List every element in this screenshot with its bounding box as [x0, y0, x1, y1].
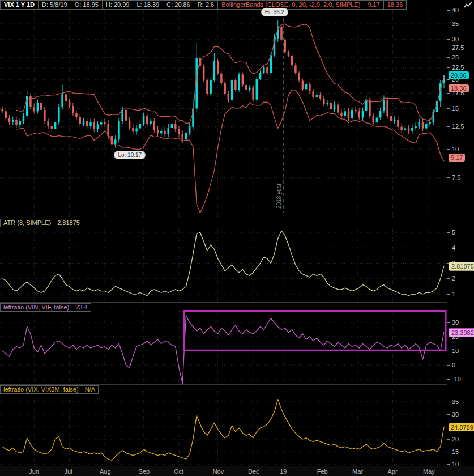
- axis-tick: [447, 248, 450, 248]
- axis-tick: [447, 414, 450, 415]
- axis-price-bubble: 9.17: [449, 154, 465, 162]
- time-axis-label: May: [423, 468, 435, 475]
- ohlc-cell: R: 2.6: [194, 0, 218, 10]
- axis-tick-label: 10: [452, 146, 459, 153]
- candles: [1, 20, 445, 147]
- axis-tick-label: 15: [452, 105, 459, 112]
- ratio2-study-header[interactable]: leftratio (VIX, VIX3M, false) N/A: [0, 385, 99, 394]
- panel-separator[interactable]: [0, 384, 474, 385]
- atr-panel[interactable]: [0, 227, 447, 302]
- study-cell[interactable]: 18.36: [383, 0, 407, 10]
- indicator-line: [2, 400, 444, 461]
- axis-tick-label: 12.5: [452, 123, 464, 130]
- axis-tick: [447, 149, 450, 150]
- time-axis-label: Jul: [65, 468, 72, 475]
- study-cell[interactable]: BollingerBands (CLOSE, 0, 20, -2.0, 2.0,…: [217, 0, 364, 10]
- axis-tick: [447, 351, 450, 351]
- axis-tick: [447, 108, 450, 109]
- axis-tick-label: 20: [452, 436, 459, 443]
- bollinger-lower-band: [16, 90, 444, 213]
- axis-tick: [447, 48, 450, 48]
- axis-tick-label: 7.5: [452, 174, 460, 181]
- panel-separator[interactable]: [0, 302, 474, 303]
- axis-tick-label: 30: [452, 36, 459, 43]
- axis-tick: [447, 439, 450, 440]
- time-axis-label: Jun: [29, 468, 39, 475]
- high-marker-bubble: Hi: 36.2: [261, 8, 288, 16]
- ratio1-title[interactable]: leftratio (VIN, VIF, false): [0, 303, 72, 312]
- atr-value: 2.81875: [54, 219, 83, 227]
- axis-tick: [447, 464, 450, 465]
- time-axis-label: Apr: [388, 468, 398, 475]
- axis-tick: [447, 322, 450, 323]
- indicator-line: [2, 316, 444, 384]
- axis-tick-label: 27.5: [452, 44, 464, 52]
- ratio1-value: 23.4: [72, 303, 91, 312]
- atr-title[interactable]: ATR (8, SIMPLE): [0, 219, 54, 227]
- axis-tick: [447, 379, 450, 380]
- ratio2-title[interactable]: leftratio (VIX, VIX3M, false): [0, 385, 82, 394]
- axis-price-bubble: 24.8789: [449, 423, 474, 431]
- axis-tick: [447, 57, 450, 58]
- axis-tick-label: 25: [452, 54, 459, 61]
- chart-window: VIX 1 Y 1DD: 5/8/19O: 18.95H: 20.99L: 18…: [0, 0, 474, 476]
- time-axis-label: 19: [280, 468, 287, 475]
- axis-tick: [447, 177, 450, 178]
- axis-price-bubble: 18.36: [449, 84, 469, 92]
- price-axis-gutter[interactable]: 40353027.52522.52017.51512.5107.520.8618…: [447, 0, 474, 466]
- time-axis-label: Mar: [352, 468, 363, 475]
- ohlc-cell: H: 20.99: [102, 0, 134, 10]
- axis-tick-label: -10: [452, 376, 461, 383]
- time-axis-label: Nov: [213, 468, 224, 475]
- axis-tick-label: 30: [452, 319, 459, 326]
- axis-tick-label: 40: [452, 7, 459, 14]
- year-divider-label: 2018 year: [276, 184, 282, 209]
- ohlc-cell: D: 5/8/19: [38, 0, 71, 10]
- time-axis-label: Dec: [248, 468, 259, 475]
- time-axis-label: Sep: [139, 468, 150, 475]
- axis-tick-label: 0: [452, 362, 455, 369]
- axis-tick: [447, 39, 450, 40]
- time-axis[interactable]: JunJulAugSepOctNovDec19FebMarAprMay: [0, 466, 474, 476]
- axis-tick-label: 35: [452, 20, 459, 28]
- chart-header: VIX 1 Y 1DD: 5/8/19O: 18.95H: 20.99L: 18…: [0, 0, 407, 10]
- axis-tick: [447, 24, 450, 24]
- axis-tick-label: 15: [452, 448, 459, 456]
- price-panel[interactable]: [0, 10, 447, 218]
- chart-style-icon[interactable]: [464, 1, 473, 11]
- atr-study-header[interactable]: ATR (8, SIMPLE) 2.81875: [0, 219, 83, 227]
- axis-tick: [447, 67, 450, 68]
- axis-tick: [447, 79, 450, 80]
- ratio2-panel[interactable]: [0, 391, 447, 466]
- axis-tick-label: 22.5: [452, 64, 464, 71]
- axis-tick-label: 5: [452, 229, 455, 236]
- ratio1-study-header[interactable]: leftratio (VIN, VIF, false) 23.4: [0, 303, 91, 312]
- ohlc-cell: L: 18.39: [133, 0, 163, 10]
- axis-tick-label: 10: [452, 347, 459, 355]
- symbol-cell[interactable]: VIX 1 Y 1D: [0, 0, 39, 10]
- time-axis-label: Oct: [174, 468, 183, 475]
- drawing-rectangle: [184, 311, 446, 351]
- axis-tick: [447, 402, 450, 402]
- panel-separator[interactable]: [0, 218, 474, 218]
- axis-tick-label: 30: [452, 411, 459, 418]
- axis-tick: [447, 294, 450, 295]
- axis-price-bubble: 2.81875: [449, 262, 474, 271]
- time-axis-label: Aug: [100, 468, 111, 475]
- axis-tick: [447, 278, 450, 279]
- ratio1-panel[interactable]: [0, 309, 447, 384]
- axis-tick: [447, 10, 450, 11]
- axis-tick-label: 4: [452, 244, 455, 252]
- time-axis-label: Feb: [317, 468, 328, 475]
- axis-tick: [447, 452, 450, 452]
- axis-tick: [447, 365, 450, 366]
- axis-tick-label: 35: [452, 398, 459, 406]
- axis-tick: [447, 126, 450, 127]
- axis-tick-label: 1: [452, 291, 455, 298]
- study-cell[interactable]: 9.17: [364, 0, 383, 10]
- axis-tick: [447, 232, 450, 233]
- axis-tick: [447, 93, 450, 94]
- ratio2-value: N/A: [82, 385, 99, 394]
- axis-tick-label: 2: [452, 275, 455, 282]
- axis-price-bubble: 23.3982: [449, 328, 474, 337]
